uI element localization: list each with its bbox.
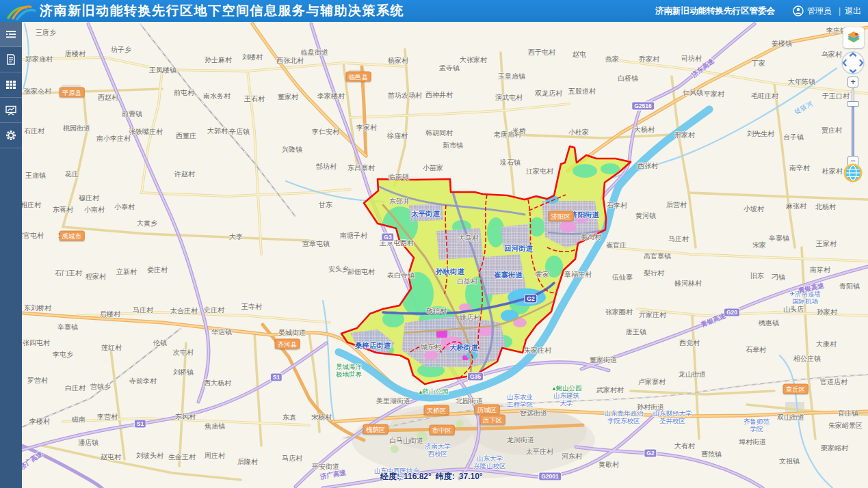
map-base-layer — [22, 22, 868, 488]
settings-gear-icon — [5, 129, 17, 141]
chart-board-icon — [5, 104, 17, 116]
zoom-in-button[interactable]: + — [847, 77, 858, 87]
zoom-slider-fill — [852, 107, 854, 157]
header-separator: | — [839, 6, 841, 16]
zoom-slider-handle[interactable] — [847, 101, 859, 107]
layer-menu-icon — [5, 28, 17, 40]
layers-icon — [846, 30, 861, 45]
app-logo-icon — [5, 1, 36, 21]
user-icon — [793, 5, 804, 16]
table-grid-icon — [5, 79, 17, 91]
sidebar-item-table[interactable] — [0, 72, 22, 98]
map-canvas[interactable]: 三唐乡唐楼村坊子乡郑家庙村王凤楼镇孙士麻村刘楼村西张北村张家仓村西赵村前屯村南水… — [22, 22, 868, 488]
sidebar-item-settings[interactable] — [0, 123, 22, 148]
logout-button[interactable]: 退出 — [845, 5, 861, 17]
sidebar — [0, 22, 22, 488]
cursor-coordinates: 经度:116.82°纬度:37.10° — [380, 471, 487, 483]
sidebar-item-document[interactable] — [0, 47, 22, 72]
latitude-value: 37.10° — [459, 472, 483, 481]
org-name: 济南新旧动能转换先行区管委会 — [655, 5, 775, 17]
globe-view-button[interactable] — [843, 163, 863, 182]
user-name[interactable]: 管理员 — [807, 5, 832, 17]
pan-compass-control[interactable] — [841, 51, 865, 75]
longitude-value: 116.82° — [404, 472, 432, 481]
document-report-icon — [5, 53, 17, 66]
longitude-label: 经度: — [380, 472, 399, 481]
sidebar-item-dashboard[interactable] — [0, 98, 22, 123]
sidebar-item-layer-menu[interactable] — [0, 22, 22, 47]
page-title: 济南新旧动能转换先行区地下空间信息服务与辅助决策系统 — [40, 2, 404, 20]
app-header: 济南新旧动能转换先行区地下空间信息服务与辅助决策系统 济南新旧动能转换先行区管委… — [0, 0, 868, 22]
basemap-layers-button[interactable] — [843, 27, 864, 48]
latitude-label: 纬度: — [436, 472, 455, 481]
